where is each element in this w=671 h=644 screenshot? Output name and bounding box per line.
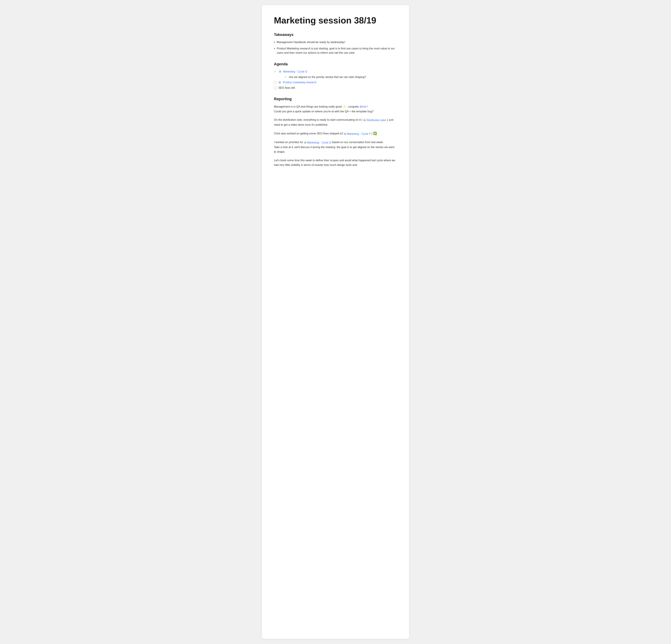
reporting-paragraph-1: Management is in QA and things are looki… (274, 104, 397, 114)
check-icon: ✓ (274, 69, 277, 74)
check-icon: ✓ (284, 75, 287, 79)
distribution-plan-label: Distribution plan (366, 118, 386, 123)
reporting-paragraph-3: Chris also worked on getting some SEO fi… (274, 131, 397, 136)
db-icon: ⊞ (304, 141, 307, 144)
reporting-text-3b: ) (371, 132, 373, 135)
reporting-text-3a: Chris also worked on getting some SEO fi… (274, 132, 344, 135)
page-title: Marketing session 38/19 (274, 15, 397, 26)
reporting-text-2a: On the distribution side, everything is … (274, 118, 363, 121)
empty-checkbox[interactable] (274, 81, 277, 84)
empty-checkbox[interactable] (274, 87, 277, 89)
mention-rob: @rob (359, 105, 366, 108)
green-check-emoji: ✅ (373, 132, 377, 135)
reporting-paragraph-2: On the distribution side, everything is … (274, 117, 397, 127)
page-container: Marketing session 38/19 Takeaways Manage… (262, 5, 409, 639)
list-item: Product Marketing research is just start… (274, 46, 397, 55)
reporting-text-1b: , congrats (347, 105, 359, 108)
agenda-subitem-label: Are we aligned on the priority stories t… (289, 75, 366, 79)
db-icon: ⊞ (344, 132, 346, 135)
reporting-text-5: Let's book some time this week to define… (274, 159, 395, 166)
distribution-plan-link[interactable]: ⊞ Distribution plan (363, 118, 386, 123)
takeaway-item-1: Management Handbook should be ready by w… (277, 40, 345, 44)
reporting-heading: Reporting (274, 97, 397, 101)
reporting-section: Reporting Management is in QA and things… (274, 97, 397, 167)
product-marketing-research-link[interactable]: Product marketing research (283, 80, 317, 85)
agenda-item-seo: SEO fixes left (274, 86, 397, 90)
reporting-text-4a: I worked on priorities for (274, 141, 304, 144)
seo-item-label: SEO fixes left (278, 86, 295, 90)
agenda-list: ✓ ⊞ Marketing - Cycle G ✓ Are we aligned… (274, 69, 397, 90)
marketing-cycle-g-link[interactable]: Marketing - Cycle G (283, 69, 307, 74)
agenda-subitem-priority: ✓ Are we aligned on the priority stories… (274, 75, 397, 79)
takeaways-list: Management Handbook should be ready by w… (274, 40, 397, 55)
marketing-cycle-f-link[interactable]: ⊞ Marketing - Cycle F (344, 131, 371, 136)
takeaway-item-2: Product Marketing research is just start… (277, 46, 397, 55)
marketing-cycle-g-link-2[interactable]: ⊞ Marketing - Cycle G (304, 140, 331, 145)
takeaways-heading: Takeaways (274, 33, 397, 37)
list-item: Management Handbook should be ready by w… (274, 40, 397, 44)
sparkle-emoji: ✨ (342, 105, 346, 108)
agenda-item-product-marketing: ⊞ Product marketing research (274, 80, 397, 85)
agenda-item-marketing-cycle-g: ✓ ⊞ Marketing - Cycle G (274, 69, 397, 74)
db-icon: ⊞ (278, 81, 281, 84)
takeaways-section: Takeaways Management Handbook should be … (274, 33, 397, 55)
agenda-heading: Agenda (274, 62, 397, 66)
agenda-section: Agenda ✓ ⊞ Marketing - Cycle G ✓ Are we … (274, 62, 397, 90)
reporting-text-1a: Management is in QA and things are looki… (274, 105, 342, 108)
reporting-paragraph-5: Let's book some time this week to define… (274, 158, 397, 167)
marketing-cycle-g-label-2: Marketing - Cycle G (307, 140, 331, 145)
reporting-paragraph-4: I worked on priorities for ⊞ Marketing -… (274, 140, 397, 154)
marketing-cycle-f-label: Marketing - Cycle F (347, 131, 371, 136)
db-icon: ⊞ (363, 119, 366, 121)
db-icon: ⊞ (279, 70, 281, 73)
